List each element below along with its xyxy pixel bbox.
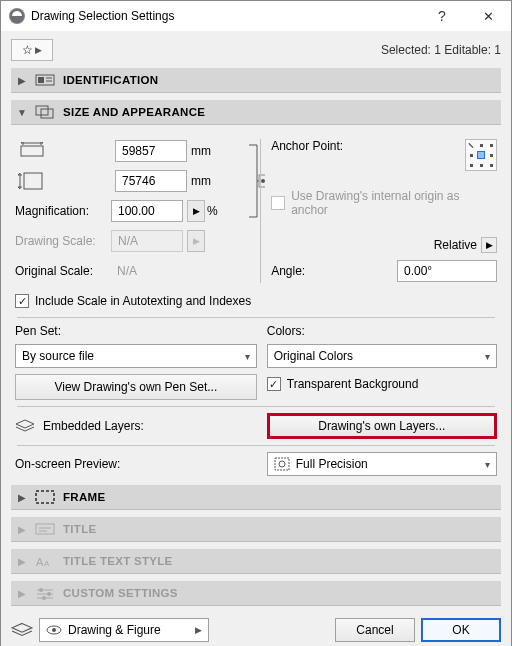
- chevron-down-icon: ▾: [485, 351, 490, 362]
- size-appearance-body: mm mm Magnification: ▶: [11, 131, 501, 478]
- title-icon: [35, 521, 55, 537]
- selection-status: Selected: 1 Editable: 1: [381, 43, 501, 57]
- section-size-appearance[interactable]: ▼ SIZE AND APPEARANCE: [11, 99, 501, 125]
- onscreen-preview-value: Full Precision: [296, 457, 368, 471]
- colors-combo[interactable]: Original Colors ▾: [267, 344, 497, 368]
- penset-label: Pen Set:: [15, 324, 257, 338]
- section-label: TITLE: [63, 523, 96, 535]
- colors-label: Colors:: [267, 324, 497, 338]
- help-button[interactable]: ?: [419, 1, 465, 31]
- magnification-label: Magnification:: [15, 204, 107, 218]
- section-identification[interactable]: ▶ IDENTIFICATION: [11, 67, 501, 93]
- magnification-popup-button[interactable]: ▶: [187, 200, 205, 222]
- precision-icon: [274, 457, 290, 471]
- ok-button[interactable]: OK: [421, 618, 501, 642]
- include-scale-checkbox[interactable]: [15, 294, 29, 308]
- angle-label: Angle:: [271, 264, 321, 278]
- custom-icon: [35, 585, 55, 601]
- anchor-point-picker[interactable]: [465, 139, 497, 171]
- svg-text:A: A: [36, 556, 44, 568]
- text-style-icon: AA: [35, 553, 55, 569]
- use-internal-origin-checkbox: [271, 196, 285, 210]
- drawing-scale-popup-button: ▶: [187, 230, 205, 252]
- titlebar: Drawing Selection Settings ? ✕: [1, 1, 511, 31]
- chevron-right-icon: ▶: [195, 625, 202, 635]
- svg-rect-2: [38, 77, 44, 83]
- dialog-footer: Drawing & Figure ▶ Cancel OK: [11, 612, 501, 642]
- transparent-bg-checkbox[interactable]: [267, 377, 281, 391]
- svg-point-15: [279, 461, 285, 467]
- colors-value: Original Colors: [274, 349, 353, 363]
- section-label: IDENTIFICATION: [63, 74, 158, 86]
- unit-label: mm: [191, 144, 217, 158]
- svg-marker-28: [12, 623, 32, 632]
- frame-icon: [35, 489, 55, 505]
- penset-value: By source file: [22, 349, 94, 363]
- percent-label: %: [207, 204, 218, 218]
- size-icon: [35, 104, 55, 120]
- chevron-down-icon: ▾: [485, 459, 490, 470]
- relative-label: Relative: [434, 238, 477, 252]
- expand-icon: ▶: [17, 492, 27, 503]
- svg-point-27: [42, 596, 46, 600]
- unit-label: mm: [191, 174, 217, 188]
- drawings-own-layers-button[interactable]: Drawing's own Layers...: [267, 413, 497, 439]
- section-title[interactable]: ▶ TITLE: [11, 516, 501, 542]
- layers-icon: [15, 419, 35, 433]
- chevron-down-icon: ▾: [245, 351, 250, 362]
- penset-combo[interactable]: By source file ▾: [15, 344, 257, 368]
- anchor-point-label: Anchor Point:: [271, 139, 343, 153]
- svg-rect-14: [275, 458, 289, 470]
- expand-icon: ▶: [17, 524, 27, 535]
- eye-icon: [46, 624, 62, 636]
- width-input[interactable]: [115, 140, 187, 162]
- onscreen-preview-label: On-screen Preview:: [15, 457, 257, 471]
- svg-marker-13: [16, 420, 34, 428]
- drawing-scale-input: [111, 230, 183, 252]
- transparent-bg-label: Transparent Background: [287, 377, 419, 391]
- height-icon: [15, 170, 49, 192]
- section-frame[interactable]: ▶ FRAME: [11, 484, 501, 510]
- original-scale-label: Original Scale:: [15, 264, 107, 278]
- layer-combo[interactable]: Drawing & Figure ▶: [39, 618, 209, 642]
- svg-text:A: A: [44, 559, 50, 568]
- drawing-scale-label: Drawing Scale:: [15, 234, 107, 248]
- section-title-text-style[interactable]: ▶ AA TITLE TEXT STYLE: [11, 548, 501, 574]
- identification-icon: [35, 72, 55, 88]
- section-label: CUSTOM SETTINGS: [63, 587, 178, 599]
- expand-icon: ▶: [17, 556, 27, 567]
- width-icon: [15, 140, 49, 162]
- angle-input[interactable]: [397, 260, 497, 282]
- onscreen-preview-combo[interactable]: Full Precision ▾: [267, 452, 497, 476]
- section-label: TITLE TEXT STYLE: [63, 555, 173, 567]
- use-internal-origin-label: Use Drawing's internal origin as anchor: [291, 189, 461, 217]
- layer-combo-value: Drawing & Figure: [68, 623, 161, 637]
- svg-point-30: [52, 628, 56, 632]
- star-icon: ☆: [22, 43, 33, 57]
- svg-rect-7: [21, 146, 43, 156]
- close-button[interactable]: ✕: [465, 1, 511, 31]
- dialog-window: Drawing Selection Settings ? ✕ ☆ ▶ Selec…: [0, 0, 512, 646]
- svg-rect-9: [24, 173, 42, 189]
- svg-point-26: [47, 592, 51, 596]
- app-icon: [9, 8, 25, 24]
- magnification-input[interactable]: [111, 200, 183, 222]
- height-input[interactable]: [115, 170, 187, 192]
- view-penset-button[interactable]: View Drawing's own Pen Set...: [15, 374, 257, 400]
- window-title: Drawing Selection Settings: [31, 9, 174, 23]
- section-label: SIZE AND APPEARANCE: [63, 106, 205, 118]
- chevron-right-icon: ▶: [35, 45, 42, 55]
- svg-rect-17: [36, 524, 54, 534]
- collapse-icon: ▼: [17, 107, 27, 118]
- dialog-content: ☆ ▶ Selected: 1 Editable: 1 ▶ IDENTIFICA…: [1, 31, 511, 646]
- svg-point-25: [39, 588, 43, 592]
- svg-rect-16: [36, 491, 54, 503]
- cancel-button[interactable]: Cancel: [335, 618, 415, 642]
- section-custom-settings[interactable]: ▶ CUSTOM SETTINGS: [11, 580, 501, 606]
- original-scale-value: [111, 260, 183, 282]
- include-scale-label: Include Scale in Autotexting and Indexes: [35, 294, 251, 308]
- svg-rect-5: [36, 106, 48, 115]
- relative-toggle-button[interactable]: ▶: [481, 237, 497, 253]
- embedded-layers-label: Embedded Layers:: [43, 419, 144, 433]
- favorites-button[interactable]: ☆ ▶: [11, 39, 53, 61]
